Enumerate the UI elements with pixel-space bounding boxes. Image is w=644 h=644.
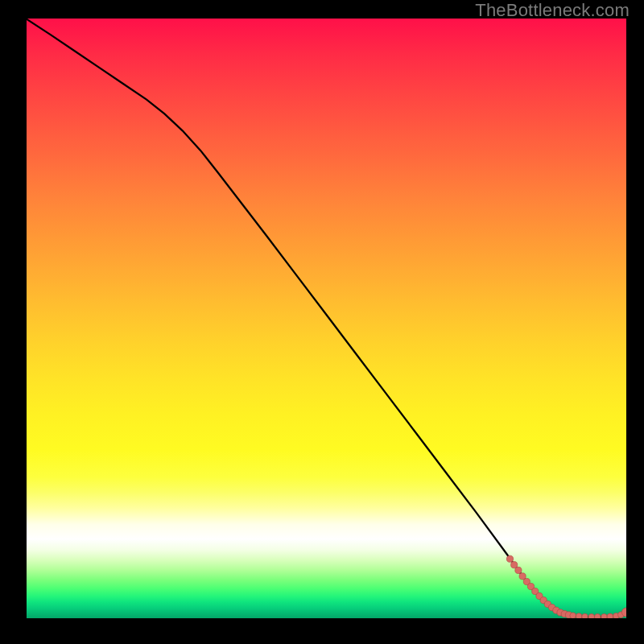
chart-container: TheBottleneck.com (0, 0, 644, 644)
plot-gradient-background (27, 19, 626, 618)
watermark: TheBottleneck.com (475, 0, 630, 21)
